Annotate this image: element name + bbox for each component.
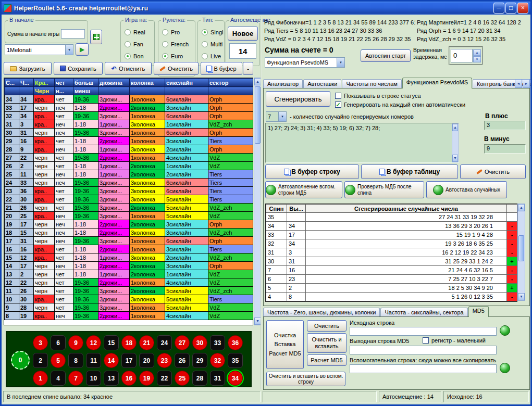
board-number-3[interactable]: 3	[33, 335, 48, 350]
autospin-start-button[interactable]: Автоспин старт	[361, 49, 411, 62]
board-number-6[interactable]: 6	[51, 335, 66, 350]
gen-row[interactable]: 31316 2 12 19 22 34 23-	[266, 248, 517, 257]
spin-row[interactable]: 2336кра..чет19-363дюжи...3колонка6сиклай…	[5, 187, 253, 195]
gen-row[interactable]: 71621 24 4 6 32 16 5-	[266, 266, 517, 275]
spin-row[interactable]: 313кра..неч1-181дюжи...3колонка1сиклайнV…	[5, 120, 253, 129]
column-header[interactable]: сикслайн	[165, 79, 208, 87]
tab-1[interactable]: Автоставки	[303, 79, 341, 88]
column-header-sub[interactable]: Черн	[34, 87, 55, 95]
spin-row[interactable]: 1917черннеч1-182дюжи...2колонка3сиклайнO…	[5, 220, 253, 229]
spin-row[interactable]: 2025кра..неч19-363дюжи...1колонка5сиклай…	[5, 212, 253, 220]
column-header[interactable]: С...	[5, 79, 19, 87]
spin-row[interactable]: 1030кра..чет19-363дюжи...3колонка5сиклай…	[5, 295, 253, 303]
gen-row[interactable]: 303131 25 29 33 1 24 2+	[266, 257, 517, 266]
column-header-sub[interactable]	[130, 87, 165, 95]
radio-singl[interactable]: Singl	[199, 26, 223, 38]
column-header-sub[interactable]	[165, 87, 208, 95]
board-number-19[interactable]: 19	[139, 371, 154, 386]
md5-big-button[interactable]: Очистка Вставка Расчет MD5	[266, 320, 304, 369]
board-number-4[interactable]: 4	[51, 371, 66, 386]
clear-paste-helper-button[interactable]: Очистить и вставить во вспом. строку	[266, 372, 345, 386]
chevron-down-icon[interactable]: ▼	[65, 45, 73, 55]
tab-3[interactable]: Функционал PsevdoMS	[402, 78, 472, 88]
new-button[interactable]: Новое	[228, 27, 258, 41]
spin-row[interactable]: 3234кра..чет19-363дюжи...1колонка6сиклай…	[5, 112, 253, 120]
brush-button[interactable]: Очистить	[154, 62, 199, 75]
md5-clear-paste-button[interactable]: Очистить и вставить	[307, 333, 347, 353]
board-number-32[interactable]: 32	[210, 353, 225, 368]
spin-row[interactable]: 928чернчет19-363дюжи...1колонка5сиклайнV…	[5, 303, 253, 312]
board-number-7[interactable]: 7	[68, 371, 83, 386]
md5-source-input[interactable]	[350, 327, 497, 336]
scrollbar-thumb[interactable]	[518, 235, 524, 261]
radio-pro[interactable]: Pro	[159, 26, 194, 38]
gen-row[interactable]: 323419 3 26 18 6 35 25-	[266, 239, 517, 248]
function-combobox[interactable]: Функционал PsevdoMS ▼	[265, 57, 345, 68]
column-header-sub[interactable]	[98, 87, 130, 95]
delay-spinner[interactable]: 0 ▲ ▼	[449, 46, 483, 65]
board-number-8[interactable]: 8	[68, 353, 83, 368]
spin-row[interactable]: 1731черннеч19-363дюжи...1колонка6сиклайн…	[5, 237, 253, 245]
column-header-sub[interactable]	[19, 87, 34, 95]
board-number-31[interactable]: 31	[210, 371, 225, 386]
spin-row[interactable]: 1815черннеч1-182дюжи...3колонка3сиклайнV…	[5, 229, 253, 237]
minus-button[interactable]: -	[243, 62, 253, 75]
checkbox-auto-row[interactable]: ✓ Генерировать на каждый спин автоматиче…	[335, 102, 465, 108]
title-bar[interactable]: HelperRoullet 5.6- create helperroullet@…	[2, 2, 530, 15]
scroll-up-icon[interactable]: ▲	[452, 124, 458, 131]
gen-row[interactable]: 5218 2 5 30 34 9 20+	[266, 284, 517, 293]
calc-button[interactable]	[90, 30, 102, 44]
column-header-sub[interactable]: н...	[55, 87, 73, 95]
board-number-10[interactable]: 10	[86, 371, 101, 386]
play-button[interactable]: ▶	[76, 43, 89, 56]
board-number-24[interactable]: 24	[157, 335, 172, 350]
spin-row[interactable]: 1512кра..чет1-181дюжи...3колонка2сиклайн…	[5, 253, 253, 262]
scroll-down-icon[interactable]: ▼	[518, 293, 525, 300]
copy-button[interactable]: В буфер	[201, 62, 242, 75]
preset-combobox[interactable]: 1Melonati ▼	[5, 44, 73, 55]
spin-row[interactable]: 2511черннеч1-181дюжи...2колонка2сиклайнT…	[5, 170, 253, 179]
chevron-down-icon[interactable]: ▼	[278, 112, 286, 121]
radio-multi[interactable]: Multi	[199, 38, 223, 50]
radio-french[interactable]: French	[159, 38, 194, 50]
scroll-down-icon[interactable]: ▼	[452, 155, 458, 162]
bottom-tab-0[interactable]: Частота - Zero, шансы, дюжины, колонки	[263, 308, 380, 317]
board-number-17[interactable]: 17	[121, 353, 137, 368]
gen-row[interactable]: 331715 19 1 9 4 28-	[266, 231, 517, 239]
check-md5-button[interactable]: Проверить МД5 после спина	[344, 181, 424, 198]
radio-live[interactable]: Live	[199, 50, 223, 62]
start-sum-input[interactable]	[61, 29, 85, 39]
board-number-18[interactable]: 18	[121, 335, 137, 350]
generated-numbers-textarea[interactable]: 1) 27; 2) 24; 3) 31; 4) 33; 5) 19; 6) 32…	[265, 123, 459, 163]
board-number-5[interactable]: 5	[51, 353, 66, 368]
spinner-down-icon[interactable]: ▼	[473, 56, 481, 62]
board-number-13[interactable]: 13	[104, 371, 119, 386]
column-header[interactable]: Кра..	[34, 79, 55, 87]
board-number-2[interactable]: 2	[33, 353, 48, 368]
copy-row-button[interactable]: В буфер строку	[265, 164, 359, 179]
spin-row[interactable]: 2433черннеч19-363дюжи...3колонка6сиклайн…	[5, 179, 253, 187]
md5-output-input[interactable]	[350, 346, 497, 354]
spinner-up-icon[interactable]: ▲	[473, 49, 481, 56]
maximize-button[interactable]: □	[505, 3, 516, 14]
checkbox-unchecked-icon[interactable]	[423, 337, 429, 344]
board-number-22[interactable]: 22	[157, 371, 172, 386]
count-combobox[interactable]: 7 ▼	[266, 111, 287, 122]
board-number-9[interactable]: 9	[68, 335, 83, 350]
bottom-tab-1[interactable]: Частота - сикслайны, сектора	[380, 308, 467, 317]
md5-clear-button[interactable]: Очистить	[307, 320, 347, 332]
board-number-21[interactable]: 21	[139, 335, 154, 350]
board-number-33[interactable]: 33	[210, 335, 225, 350]
checkbox-checked-icon[interactable]: ✓	[335, 102, 341, 108]
checkbox-unchecked-icon[interactable]	[335, 93, 341, 99]
gen-row[interactable]: 6237 25 27 10 3 22 7-	[266, 275, 517, 284]
checkbox-status-row[interactable]: Показывать в строке статуса	[335, 93, 421, 99]
board-number-11[interactable]: 11	[86, 353, 101, 368]
board-number-34[interactable]: 34	[228, 371, 243, 386]
autofill-md5-button[interactable]: Автозаполнение вспом. строки МД5	[265, 181, 342, 198]
undo-button[interactable]: ↶Отменить	[105, 62, 152, 75]
spin-row[interactable]: 2916кра..чет1-182дюжи...1колонка3сиклайн…	[5, 137, 253, 145]
column-header-sub[interactable]: менш	[73, 87, 98, 95]
column-header-sub[interactable]	[208, 87, 253, 95]
radio-bon[interactable]: Bon	[122, 50, 153, 62]
